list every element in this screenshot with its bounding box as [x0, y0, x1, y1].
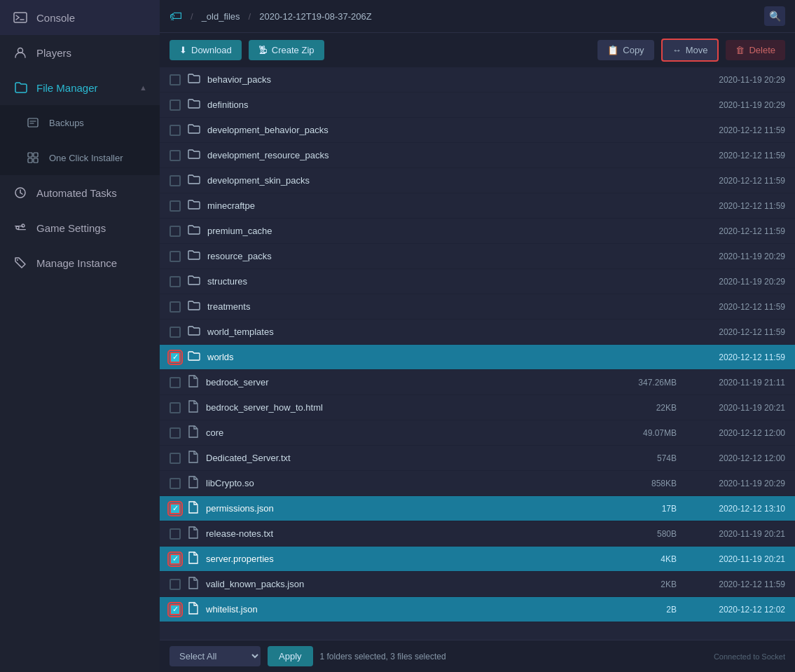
file-name: release-notes.txt	[206, 528, 607, 539]
file-checkbox[interactable]	[170, 175, 181, 186]
file-date: 2020-11-19 20:21	[684, 554, 785, 564]
main-content: 🏷 / _old_files / 2020-12-12T19-08-37-206…	[160, 0, 795, 672]
sidebar-item-game-settings[interactable]: Game Settings	[0, 210, 160, 245]
svg-rect-3	[28, 118, 38, 127]
copy-button[interactable]: 📋 Copy	[597, 40, 654, 60]
file-checkbox[interactable]	[170, 427, 181, 439]
file-checkbox[interactable]	[170, 276, 181, 287]
file-row-release_notes[interactable]: release-notes.txt 580B 2020-11-19 20:21	[160, 521, 795, 547]
file-row-treatments[interactable]: treatments 2020-12-12 11:59	[160, 294, 795, 320]
file-name: structures	[207, 276, 607, 287]
sidebar-item-console-label: Console	[36, 12, 75, 24]
automated-tasks-icon	[13, 185, 28, 200]
file-icon	[188, 451, 199, 465]
file-name: bedrock_server_how_to.html	[206, 402, 607, 413]
file-name: behavior_packs	[207, 74, 607, 85]
file-checkbox[interactable]	[170, 251, 181, 262]
download-label: Download	[191, 45, 232, 55]
file-row-valid_known_packs[interactable]: valid_known_packs.json 2KB 2020-12-12 11…	[160, 572, 795, 597]
file-row-development_behavior_packs[interactable]: development_behavior_packs 2020-12-12 11…	[160, 118, 795, 143]
svg-rect-6	[28, 158, 32, 163]
file-size: 4KB	[614, 554, 677, 564]
file-checkbox[interactable]: ✓	[170, 554, 181, 565]
sidebar-item-one-click-installer[interactable]: One Click Installer	[0, 140, 160, 175]
breadcrumb-segment2[interactable]: 2020-12-12T19-08-37-206Z	[259, 11, 371, 22]
file-row-bedrock_server_how_to[interactable]: bedrock_server_how_to.html 22KB 2020-11-…	[160, 395, 795, 420]
delete-button[interactable]: 🗑 Delete	[726, 40, 785, 60]
file-name: resource_packs	[207, 251, 607, 261]
file-row-worlds[interactable]: ✓ worlds 2020-12-12 11:59	[160, 345, 795, 370]
file-icon	[188, 526, 199, 541]
file-checkbox[interactable]	[170, 301, 181, 313]
file-checkbox[interactable]	[170, 150, 181, 161]
file-name: world_templates	[207, 327, 607, 337]
file-checkbox[interactable]	[170, 100, 181, 111]
file-checkbox[interactable]	[170, 402, 181, 413]
file-row-server_properties[interactable]: ✓ server.properties 4KB 2020-11-19 20:21	[160, 547, 795, 572]
file-date: 2020-11-19 21:11	[684, 378, 785, 388]
file-checkbox[interactable]	[170, 528, 181, 540]
sidebar-item-file-manager[interactable]: File Manager ▲	[0, 70, 160, 105]
sidebar-item-console[interactable]: Console	[0, 0, 160, 35]
file-row-permissions_json[interactable]: ✓ permissions.json 17B 2020-12-12 13:10	[160, 496, 795, 521]
file-row-development_skin_packs[interactable]: development_skin_packs 2020-12-12 11:59	[160, 168, 795, 193]
file-row-dedicated_server[interactable]: Dedicated_Server.txt 574B 2020-12-12 12:…	[160, 446, 795, 471]
file-row-whitelist_json[interactable]: ✓ whitelist.json 2B 2020-12-12 12:02	[160, 597, 795, 622]
file-list: behavior_packs 2020-11-19 20:29 definiti…	[160, 67, 795, 640]
breadcrumb-segment1[interactable]: _old_files	[202, 11, 240, 22]
file-row-behavior_packs[interactable]: behavior_packs 2020-11-19 20:29	[160, 67, 795, 92]
file-icon	[188, 551, 199, 566]
folder-icon	[188, 325, 200, 338]
sidebar-item-file-manager-label: File Manager	[36, 82, 98, 94]
breadcrumb-bar: 🏷 / _old_files / 2020-12-12T19-08-37-206…	[160, 0, 795, 32]
sidebar-item-players-label: Players	[36, 47, 71, 59]
status-text: 1 folders selected, 3 files selected	[320, 652, 446, 661]
svg-point-13	[17, 259, 18, 261]
folder-icon	[188, 123, 200, 137]
file-date: 2020-12-12 11:59	[684, 327, 785, 337]
file-date: 2020-12-12 11:59	[684, 352, 785, 362]
file-name: valid_known_packs.json	[206, 579, 607, 589]
file-row-world_templates[interactable]: world_templates 2020-12-12 11:59	[160, 320, 795, 345]
file-name: development_behavior_packs	[207, 125, 607, 135]
file-checkbox[interactable]	[170, 478, 181, 489]
move-button[interactable]: ↔ Move	[661, 39, 719, 62]
sidebar-item-manage-instance[interactable]: Manage Instance	[0, 245, 160, 280]
toolbar: ⬇ Download 🗜 Create Zip 📋 Copy ↔ Move 🗑 …	[160, 32, 795, 67]
sidebar-item-players[interactable]: Players	[0, 35, 160, 70]
file-row-core[interactable]: core 49.07MB 2020-12-12 12:00	[160, 420, 795, 446]
file-row-bedrock_server[interactable]: bedrock_server 347.26MB 2020-11-19 21:11	[160, 370, 795, 395]
bottom-bar: Select AllSelect NoneInvert Selection Ap…	[160, 640, 795, 672]
file-checkbox[interactable]	[170, 377, 181, 388]
file-checkbox[interactable]	[170, 74, 181, 85]
apply-button[interactable]: Apply	[268, 646, 313, 666]
sidebar-item-backups[interactable]: Backups	[0, 105, 160, 140]
file-checkbox[interactable]	[170, 327, 181, 338]
file-checkbox[interactable]	[170, 125, 181, 136]
file-checkbox[interactable]: ✓	[170, 503, 181, 514]
sidebar: Console Players File Manager ▲	[0, 0, 160, 672]
select-all-dropdown[interactable]: Select AllSelect NoneInvert Selection	[170, 646, 261, 666]
file-checkbox[interactable]: ✓	[170, 604, 181, 615]
file-checkbox[interactable]	[170, 579, 181, 590]
create-zip-button[interactable]: 🗜 Create Zip	[249, 40, 324, 60]
file-row-libcrypto[interactable]: libCrypto.so 858KB 2020-11-19 20:29	[160, 471, 795, 496]
file-row-development_resource_packs[interactable]: development_resource_packs 2020-12-12 11…	[160, 143, 795, 168]
file-date: 2020-11-19 20:29	[684, 277, 785, 287]
folder-icon	[188, 275, 200, 288]
download-button[interactable]: ⬇ Download	[170, 40, 242, 60]
file-row-resource_packs[interactable]: resource_packs 2020-11-19 20:29	[160, 244, 795, 269]
sidebar-item-automated-tasks[interactable]: Automated Tasks	[0, 175, 160, 210]
breadcrumb-home-icon[interactable]: 🏷	[170, 9, 182, 24]
file-checkbox[interactable]	[170, 453, 181, 464]
search-button[interactable]: 🔍	[764, 6, 785, 26]
file-checkbox[interactable]: ✓	[170, 352, 181, 363]
move-icon: ↔	[672, 45, 682, 55]
folder-icon	[188, 149, 200, 162]
file-row-structures[interactable]: structures 2020-11-19 20:29	[160, 269, 795, 294]
file-row-premium_cache[interactable]: premium_cache 2020-12-12 11:59	[160, 219, 795, 244]
file-checkbox[interactable]	[170, 200, 181, 212]
file-row-minecraftpe[interactable]: minecraftpe 2020-12-12 11:59	[160, 193, 795, 219]
file-checkbox[interactable]	[170, 226, 181, 237]
file-row-definitions[interactable]: definitions 2020-11-19 20:29	[160, 92, 795, 118]
